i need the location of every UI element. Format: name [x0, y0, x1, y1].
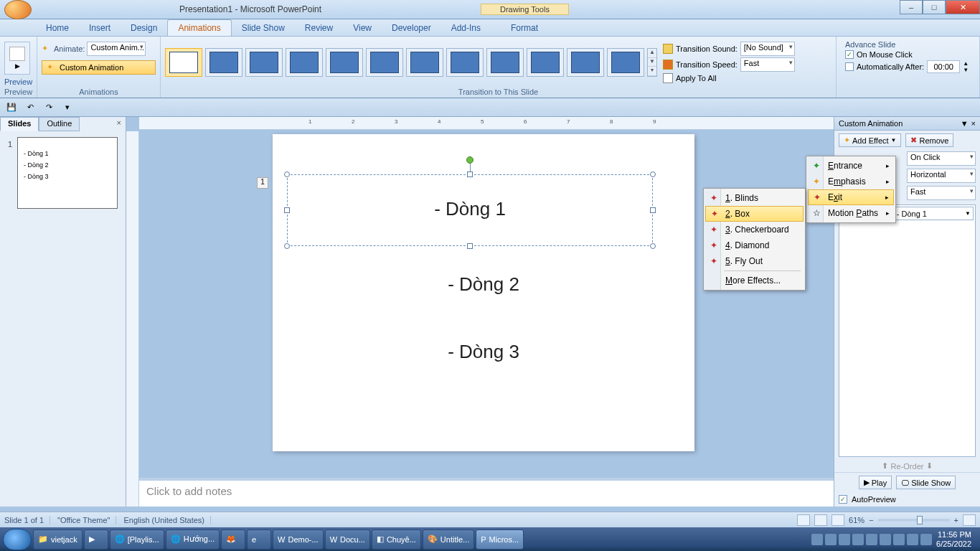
tray-icon[interactable]	[825, 534, 837, 545]
apply-to-all-button[interactable]: Apply To All	[663, 73, 795, 83]
transition-item[interactable]	[205, 48, 242, 77]
tab-design[interactable]: Design	[121, 20, 167, 36]
transition-gallery[interactable]: ▲▼▾	[165, 48, 657, 77]
qat-customize-icon[interactable]: ▾	[60, 100, 75, 115]
transition-sound-combo[interactable]: [No Sound]	[740, 42, 795, 56]
tray-icon[interactable]	[839, 534, 850, 545]
transition-item[interactable]	[406, 48, 443, 77]
notes-pane[interactable]: Click to add notes	[139, 478, 834, 507]
tray-icon[interactable]	[880, 534, 891, 545]
menu-entrance[interactable]: ✦Entrance▸	[808, 158, 894, 174]
slideshow-view-button[interactable]	[831, 514, 844, 526]
resize-handle[interactable]	[284, 243, 290, 249]
tray-icon[interactable]	[811, 534, 823, 545]
tab-addins[interactable]: Add-Ins	[441, 20, 491, 36]
tab-view[interactable]: View	[343, 20, 382, 36]
transition-item[interactable]	[446, 48, 484, 77]
animation-list[interactable]: 1 🖱 ✦ Title 1: - Dòng 1 ▼	[839, 204, 976, 457]
normal-view-button[interactable]	[797, 514, 810, 526]
rotate-handle[interactable]	[466, 156, 473, 164]
reorder-down-icon[interactable]: ⬇	[926, 461, 933, 471]
taskpane-close-icon[interactable]: ×	[971, 119, 976, 128]
tray-icon[interactable]	[852, 534, 864, 545]
tray-icon[interactable]	[920, 534, 932, 545]
fit-to-window-button[interactable]	[963, 514, 976, 526]
reorder-up-icon[interactable]: ⬆	[882, 461, 888, 471]
speed-combo[interactable]: Fast	[907, 186, 976, 200]
menu-motion-paths[interactable]: ☆Motion Paths▸	[808, 205, 894, 221]
exit-checkerboard[interactable]: ✦3. Checkerboard	[705, 222, 804, 237]
taskbar-item[interactable]: ◧Chuyê...	[372, 529, 421, 550]
exit-blinds[interactable]: ✦1. Blinds	[705, 190, 804, 206]
resize-handle[interactable]	[650, 243, 656, 249]
transition-item[interactable]	[366, 48, 403, 77]
autopreview-checkbox[interactable]: ✓	[839, 495, 847, 504]
tray-icon[interactable]	[907, 534, 918, 545]
transition-item[interactable]	[245, 48, 283, 77]
transition-item[interactable]	[527, 48, 564, 77]
maximize-button[interactable]: □	[923, 0, 946, 14]
slide-thumbnail[interactable]: 1 - Dòng 1 - Dòng 2 - Dòng 3	[17, 137, 118, 209]
auto-after-spinner[interactable]	[927, 60, 960, 73]
resize-handle[interactable]	[650, 171, 656, 177]
start-combo[interactable]: On Click	[907, 151, 976, 166]
zoom-percent[interactable]: 61%	[849, 516, 864, 524]
status-language[interactable]: English (United States)	[123, 516, 211, 524]
taskbar-item-active[interactable]: PMicros...	[476, 529, 524, 550]
auto-after-checkbox[interactable]	[845, 62, 854, 71]
transition-none[interactable]	[165, 48, 202, 77]
tab-animations[interactable]: Animations	[167, 19, 231, 36]
tab-developer[interactable]: Developer	[382, 20, 441, 36]
exit-more-effects[interactable]: More Effects...	[705, 273, 804, 288]
taskbar-item[interactable]: 📁vietjack	[33, 529, 83, 550]
title-textbox[interactable]: - Dòng 1	[287, 174, 653, 246]
tray-icon[interactable]	[866, 534, 877, 545]
undo-icon[interactable]: ↶	[23, 100, 37, 115]
remove-effect-button[interactable]: ✖Remove	[905, 133, 953, 147]
outline-tab[interactable]: Outline	[39, 117, 80, 131]
taskbar-item[interactable]: WDemo-...	[273, 529, 324, 550]
taskbar-item[interactable]: ▶	[84, 529, 108, 550]
play-button[interactable]: ▶ Play	[859, 476, 892, 489]
resize-handle[interactable]	[467, 243, 473, 249]
zoom-in-button[interactable]: +	[954, 516, 958, 524]
animate-combo[interactable]: Custom Anim...	[87, 42, 146, 56]
redo-icon[interactable]: ↷	[42, 100, 56, 115]
taskbar-item[interactable]: e	[247, 529, 271, 550]
slide-canvas[interactable]: 1 - Dòng 1 - Dòng 2 - Dòng 3	[273, 134, 694, 451]
tab-slideshow[interactable]: Slide Show	[232, 20, 295, 36]
taskbar-item[interactable]: 🎨Untitle...	[423, 529, 474, 550]
on-click-checkbox[interactable]: ✓	[845, 50, 854, 59]
tab-review[interactable]: Review	[295, 20, 343, 36]
menu-exit[interactable]: ✦Exit▸	[808, 189, 894, 205]
start-button[interactable]	[3, 529, 32, 550]
transition-item[interactable]	[607, 48, 644, 77]
property-combo[interactable]: Horizontal	[907, 169, 976, 183]
system-tray[interactable]: 11:56 PM6/25/2022	[811, 530, 977, 547]
close-button[interactable]: ✕	[946, 0, 980, 14]
transition-item[interactable]	[286, 48, 323, 77]
transition-item[interactable]	[486, 48, 524, 77]
gallery-scroll[interactable]: ▲▼▾	[647, 48, 657, 77]
taskbar-item[interactable]: 🌐Hướng...	[166, 529, 220, 550]
custom-animation-button[interactable]: ✦ Custom Animation	[42, 60, 156, 75]
zoom-out-button[interactable]: −	[869, 516, 873, 524]
menu-emphasis[interactable]: ✦Emphasis▸	[808, 174, 894, 189]
resize-handle[interactable]	[284, 171, 290, 177]
sorter-view-button[interactable]	[814, 514, 827, 526]
tray-icon[interactable]	[893, 534, 905, 545]
tab-format[interactable]: Format	[501, 20, 548, 36]
minimize-button[interactable]: –	[900, 0, 923, 14]
taskbar-item[interactable]: WDocu...	[325, 529, 370, 550]
slide-text-line[interactable]: - Dòng 1	[288, 198, 652, 220]
office-button[interactable]	[4, 0, 32, 19]
preview-button[interactable]: ▶	[4, 42, 30, 75]
save-icon[interactable]: 💾	[4, 100, 19, 115]
close-panel-icon[interactable]: ×	[113, 117, 126, 131]
exit-flyout[interactable]: ✦5. Fly Out	[705, 253, 804, 269]
transition-speed-combo[interactable]: Fast	[740, 57, 795, 72]
tab-insert[interactable]: Insert	[79, 20, 121, 36]
add-effect-button[interactable]: ✦Add Effect▼	[839, 133, 901, 147]
exit-box[interactable]: ✦2. Box	[705, 206, 804, 222]
transition-item[interactable]	[567, 48, 604, 77]
